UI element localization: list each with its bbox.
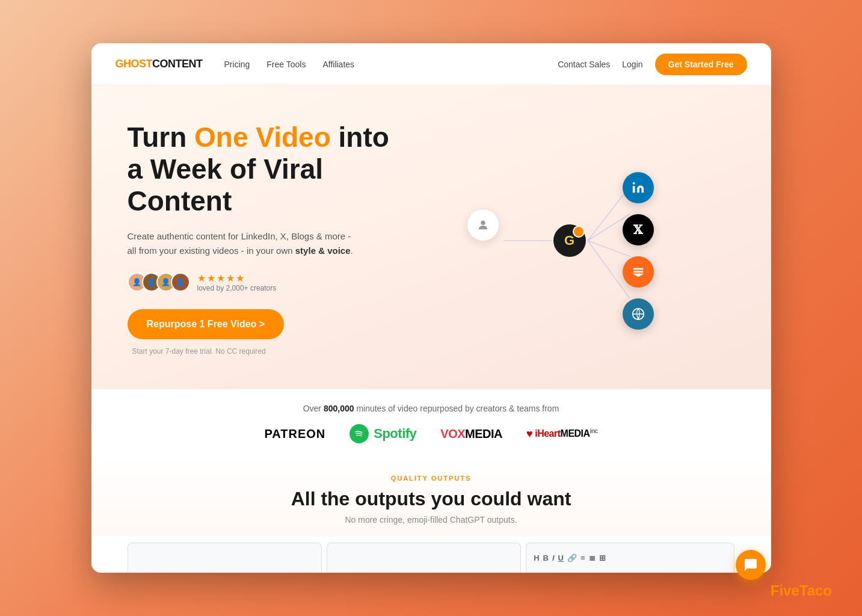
toolbar-link[interactable]: 🔗 [567, 553, 577, 562]
nav-link-pricing[interactable]: Pricing [224, 60, 250, 69]
watermark: FiveTaco [771, 582, 832, 599]
substack-icon [623, 256, 654, 288]
editor-toolbar: H B I U 🔗 ≡ ≣ ⊞ [526, 543, 734, 573]
watermark-five: Five [771, 582, 799, 599]
patreon-logo: PATREON [264, 427, 325, 441]
quality-title: All the outputs you could want [128, 488, 735, 510]
svg-point-6 [632, 182, 635, 184]
x-twitter-icon: 𝕏 [623, 214, 654, 245]
stars: ★★★★★ [197, 273, 277, 284]
editor-card-2 [327, 543, 521, 573]
contact-sales-link[interactable]: Contact Sales [558, 60, 610, 69]
trial-text: Start your 7-day free trial. No CC requi… [132, 347, 266, 356]
hero-title-orange: One Video [194, 122, 331, 153]
logo-ghost: GHOST [115, 58, 153, 70]
brand-logos: PATREON Spotify VOXMEDIA ♥ [128, 424, 735, 443]
hero-section: Turn One Video into a Week of Viral Cont… [91, 85, 771, 573]
brands-desc: Over 800,000 minutes of video repurposed… [128, 404, 735, 413]
hero-title: Turn One Video into a Week of Viral Cont… [128, 122, 404, 217]
toolbar-h[interactable]: H [534, 553, 539, 562]
hero-content: Turn One Video into a Week of Viral Cont… [91, 85, 771, 389]
brands-section: Over 800,000 minutes of video repurposed… [91, 389, 771, 458]
logo-content: CONTENT [152, 58, 203, 70]
brands-count: 800,000 [324, 404, 354, 413]
toolbar-list-ul[interactable]: ≡ [580, 553, 585, 562]
nav-item-pricing[interactable]: Pricing [224, 59, 250, 70]
toolbar-b[interactable]: B [543, 553, 549, 562]
hero-desc: Create authentic content for LinkedIn, X… [128, 229, 356, 258]
hero-text: Turn One Video into a Week of Viral Cont… [128, 122, 404, 371]
diagram-container: G 𝕏 [485, 150, 654, 331]
vox-media-logo: VOXMEDIA [440, 427, 502, 441]
stars-label: loved by 2,000+ creators [197, 284, 277, 292]
watermark-taco: Taco [799, 582, 832, 599]
social-proof: 👤 👤 👤 👤 ★★★★★ loved by 2,000+ creators [128, 273, 404, 292]
linkedin-icon [623, 172, 654, 203]
toolbar-list-ol[interactable]: ≣ [589, 553, 596, 562]
editor-card-1 [128, 543, 322, 573]
center-g-icon: G [553, 224, 586, 257]
svg-line-3 [588, 241, 630, 256]
toolbar-u[interactable]: U [558, 553, 564, 562]
svg-point-5 [481, 220, 485, 224]
svg-rect-8 [633, 271, 643, 273]
repurpose-button[interactable]: Repurpose 1 Free Video > [128, 309, 285, 339]
grammarly-icon: G [553, 224, 586, 257]
hero-title-start: Turn [128, 122, 195, 153]
toolbar-i[interactable]: I [552, 553, 555, 562]
avatars: 👤 👤 👤 👤 [128, 273, 190, 292]
hero-desc-bold: style & voice [295, 245, 351, 256]
quality-label: QUALITY OUTPUTS [128, 475, 735, 482]
login-link[interactable]: Login [622, 60, 642, 69]
hero-diagram: G 𝕏 [404, 122, 735, 371]
cta-wrapper: Repurpose 1 Free Video > Start your 7-da… [128, 309, 404, 356]
iheart-media-logo: ♥ iHeartMEDIAinc [526, 428, 598, 440]
toolbar-table[interactable]: ⊞ [599, 553, 606, 562]
brands-desc-start: Over [303, 404, 324, 413]
spotify-logo: Spotify [349, 424, 416, 443]
nav-link-free-tools[interactable]: Free Tools [266, 60, 306, 69]
navbar-right: Contact Sales Login Get Started Free [558, 54, 747, 75]
nav-item-affiliates[interactable]: Affiliates [322, 59, 354, 70]
get-started-button[interactable]: Get Started Free [655, 54, 747, 75]
nav-link-affiliates[interactable]: Affiliates [322, 60, 354, 69]
stars-text: ★★★★★ loved by 2,000+ creators [197, 273, 277, 292]
navbar-left: GHOSTCONTENT Pricing Free Tools Affiliat… [115, 58, 355, 70]
brands-desc-end: minutes of video repurposed by creators … [354, 404, 559, 413]
quality-desc: No more cringe, emoji-filled ChatGPT out… [128, 515, 735, 525]
spotify-icon [349, 424, 369, 443]
avatar-4: 👤 [171, 273, 190, 292]
navbar: GHOSTCONTENT Pricing Free Tools Affiliat… [91, 43, 771, 85]
nav-item-free-tools[interactable]: Free Tools [266, 59, 306, 70]
logo: GHOSTCONTENT [115, 58, 203, 70]
quality-section: QUALITY OUTPUTS All the outputs you coul… [91, 458, 771, 537]
chat-button[interactable] [736, 550, 766, 580]
wordpress-icon [623, 298, 654, 330]
browser-window: GHOSTCONTENT Pricing Free Tools Affiliat… [91, 43, 771, 573]
iheart-text: iHeartMEDIAinc [535, 428, 597, 439]
svg-rect-7 [633, 268, 643, 270]
user-icon [467, 209, 499, 241]
iheart-icon: ♥ [526, 428, 532, 440]
hero-desc-end: . [351, 245, 353, 256]
svg-point-10 [354, 429, 365, 439]
spotify-text: Spotify [374, 426, 416, 442]
nav-links: Pricing Free Tools Affiliates [224, 59, 355, 70]
editor-area: H B I U 🔗 ≡ ≣ ⊞ [91, 537, 771, 573]
